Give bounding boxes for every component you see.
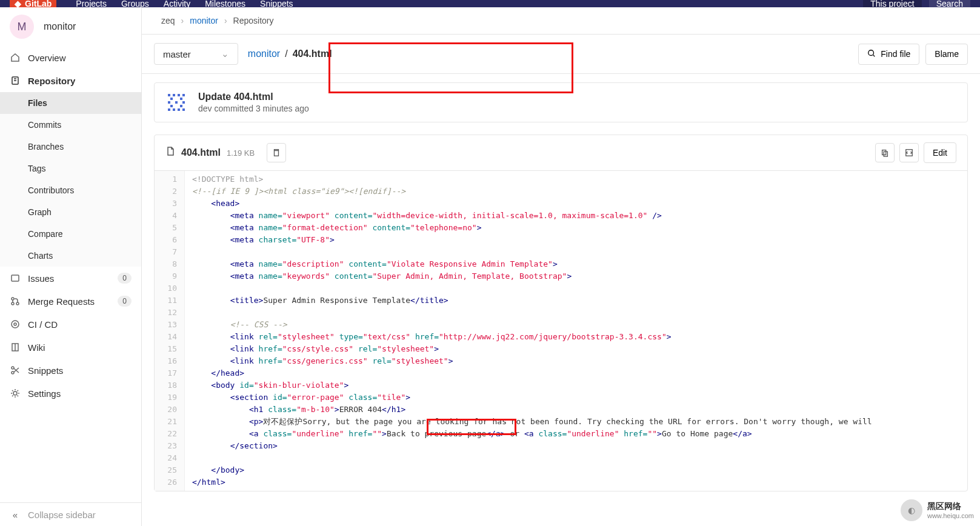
svg-rect-22 <box>175 101 178 104</box>
chevron-right-icon: › <box>181 16 184 25</box>
sidebar: M monitor Overview Repository Files Comm… <box>0 7 142 526</box>
svg-rect-19 <box>170 98 173 100</box>
line-numbers: 1234567891011121314151617181920212223242… <box>155 171 185 491</box>
watermark: ◐ 黑区网络 www.heiqu.com <box>901 499 974 521</box>
sidebar-item-snippets[interactable]: Snippets <box>0 359 141 382</box>
project-avatar: M <box>10 15 34 39</box>
commit-title[interactable]: Update 404.html <box>198 92 309 102</box>
path-file: 404.html <box>293 48 332 59</box>
breadcrumb-section: Repository <box>233 16 274 25</box>
file-nav: master ⌄ monitor / 404.html Find file Bl… <box>142 34 980 74</box>
breadcrumb-project[interactable]: monitor <box>190 16 218 25</box>
subnav-charts[interactable]: Charts <box>0 245 141 267</box>
nav-milestones[interactable]: Milestones <box>205 0 245 7</box>
edit-button[interactable]: Edit <box>924 142 956 163</box>
code-body[interactable]: <!DOCTYPE html><!--[if IE 9 ]><html clas… <box>185 171 967 491</box>
subnav-files[interactable]: Files <box>0 92 141 114</box>
search-icon <box>867 49 876 59</box>
collapse-label: Collapse sidebar <box>28 510 96 520</box>
topbar-nav: Projects Groups Activity Milestones Snip… <box>76 0 293 7</box>
svg-point-11 <box>13 391 17 395</box>
search-scope[interactable]: This project <box>863 0 921 7</box>
watermark-url: www.heiqu.com <box>927 512 974 519</box>
book-icon <box>10 342 21 353</box>
nav-groups[interactable]: Groups <box>121 0 149 7</box>
sidebar-item-issues[interactable]: Issues 0 <box>0 267 141 290</box>
subnav-compare[interactable]: Compare <box>0 223 141 245</box>
file-size: 1.19 KB <box>227 148 255 158</box>
svg-rect-16 <box>173 94 175 96</box>
chevron-left-icon: « <box>10 509 21 520</box>
svg-rect-21 <box>168 101 170 104</box>
subnav-commits[interactable]: Commits <box>0 114 141 136</box>
file-path: monitor / 404.html <box>248 48 332 59</box>
svg-point-7 <box>12 321 19 328</box>
watermark-title: 黑区网络 <box>927 501 974 512</box>
home-icon <box>10 52 21 63</box>
sidebar-item-settings[interactable]: Settings <box>0 382 141 405</box>
nav-snippets[interactable]: Snippets <box>260 0 293 7</box>
sidebar-item-merge-requests[interactable]: Merge Requests 0 <box>0 290 141 313</box>
nav-projects[interactable]: Projects <box>76 0 107 7</box>
file-header: 404.html 1.19 KB Edit <box>155 135 967 171</box>
gitlab-logo[interactable]: ◆ GitLab <box>10 0 56 7</box>
repository-subnav: Files Commits Branches Tags Contributors… <box>0 92 141 267</box>
collapse-sidebar[interactable]: « Collapse sidebar <box>0 502 141 526</box>
breadcrumb-root[interactable]: zeq <box>161 16 175 25</box>
chevron-right-icon: › <box>224 16 227 25</box>
svg-point-4 <box>12 298 14 300</box>
svg-rect-18 <box>182 94 185 96</box>
project-name: monitor <box>44 21 76 32</box>
sidebar-item-label: Merge Requests <box>28 296 95 307</box>
sidebar-item-label: Issues <box>28 273 54 284</box>
svg-rect-25 <box>180 105 182 107</box>
sidebar-item-cicd[interactable]: CI / CD <box>0 313 141 336</box>
sidebar-item-label: Overview <box>28 53 66 63</box>
branch-select[interactable]: master ⌄ <box>154 43 238 65</box>
copy-contents-button[interactable] <box>875 143 895 162</box>
identicon-avatar <box>165 92 187 113</box>
svg-rect-24 <box>170 105 173 107</box>
code-viewer: 1234567891011121314151617181920212223242… <box>155 171 967 491</box>
sidebar-item-repository[interactable]: Repository <box>0 69 141 92</box>
chevron-down-icon: ⌄ <box>221 48 229 59</box>
svg-point-10 <box>12 371 14 374</box>
sidebar-item-wiki[interactable]: Wiki <box>0 336 141 359</box>
file-name: 404.html <box>181 147 221 158</box>
find-file-button[interactable]: Find file <box>858 44 919 65</box>
last-commit: Update 404.html dev committed 3 minutes … <box>154 82 968 122</box>
search-box[interactable]: Search <box>929 0 970 7</box>
rocket-icon <box>10 319 21 330</box>
svg-point-12 <box>868 50 874 55</box>
sidebar-item-label: Settings <box>28 388 61 399</box>
subnav-branches[interactable]: Branches <box>0 136 141 158</box>
blame-button[interactable]: Blame <box>925 44 968 65</box>
nav-activity[interactable]: Activity <box>164 0 190 7</box>
breadcrumb: zeq › monitor › Repository <box>142 7 980 34</box>
subnav-tags[interactable]: Tags <box>0 158 141 179</box>
sidebar-item-overview[interactable]: Overview <box>0 46 141 69</box>
tanuki-icon: ◆ <box>15 0 21 7</box>
issues-icon <box>10 273 21 284</box>
svg-rect-15 <box>168 94 170 96</box>
subnav-graph[interactable]: Graph <box>0 201 141 223</box>
raw-button[interactable] <box>899 143 919 162</box>
scissors-icon <box>10 365 21 376</box>
gear-icon <box>10 388 21 399</box>
svg-rect-23 <box>182 101 185 104</box>
svg-point-8 <box>14 323 16 325</box>
commit-meta: dev committed 3 minutes ago <box>198 104 309 113</box>
subnav-contributors[interactable]: Contributors <box>0 179 141 201</box>
svg-rect-20 <box>180 98 182 100</box>
merge-icon <box>10 296 21 307</box>
sidebar-item-label: Snippets <box>28 365 63 376</box>
sidebar-item-label: CI / CD <box>28 319 58 330</box>
watermark-icon: ◐ <box>901 499 922 521</box>
sidebar-item-label: Wiki <box>28 342 45 353</box>
issues-badge: 0 <box>118 273 132 284</box>
copy-path-button[interactable] <box>267 143 286 162</box>
project-header[interactable]: M monitor <box>0 7 141 46</box>
svg-line-13 <box>873 55 875 56</box>
svg-point-9 <box>12 367 14 369</box>
path-dir[interactable]: monitor <box>248 48 280 59</box>
